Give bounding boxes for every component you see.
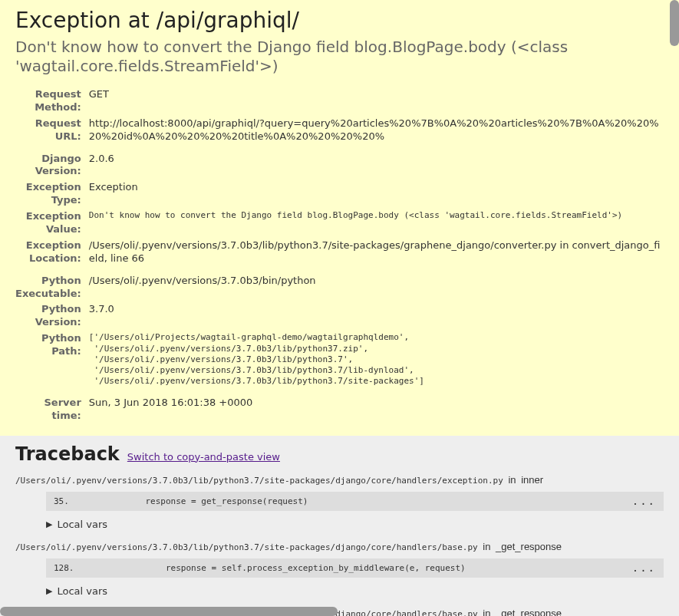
request-info-table: Request Method: GET Request URL: http://… [15,87,664,424]
frame-file: /Users/oli/.pyenv/versions/3.7.0b3/lib/p… [15,476,503,486]
frame-func: _get_response [496,541,562,552]
traceback-frame: /Users/oli/.pyenv/versions/3.7.0b3/lib/p… [15,474,664,530]
frame-location: /Users/oli/.pyenv/versions/3.7.0b3/lib/p… [15,474,664,486]
code-text: response = self.process_exception_by_mid… [84,563,656,573]
in-word: in [508,474,516,486]
local-vars-label: Local vars [57,585,107,597]
switch-view-link[interactable]: Switch to copy-and-paste view [127,451,280,463]
exception-type-value: Exception [87,180,664,209]
code-text: response = get_response(request) [84,496,656,506]
request-method-label: Request Method: [15,87,87,116]
table-row: Server time: Sun, 3 Jun 2018 16:01:38 +0… [15,395,664,424]
server-time-label: Server time: [15,395,87,424]
line-number: 128. [54,563,84,573]
code-line[interactable]: 35. response = get_response(request)... [46,492,664,511]
error-summary: Exception at /api/graphiql/ Don't know h… [0,0,679,436]
frame-func: _get_response [496,608,562,616]
table-row: Exception Value: Don't know how to conve… [15,209,664,238]
in-word: in [483,608,490,616]
page-title: Exception at /api/graphiql/ [15,8,664,33]
traceback-heading: Traceback [15,443,120,465]
table-row: Request URL: http://localhost:8000/api/g… [15,116,664,151]
triangle-right-icon: ▶ [46,519,52,529]
exception-value-value: Don't know how to convert the Django fie… [87,209,664,238]
exception-location-label: Exception Location: [15,238,87,273]
table-row: Django Version: 2.0.6 [15,151,664,180]
python-executable-value: /Users/oli/.pyenv/versions/3.7.0b3/bin/p… [87,273,664,302]
django-version-value: 2.0.6 [87,151,664,180]
server-time-value: Sun, 3 Jun 2018 16:01:38 +0000 [87,395,664,424]
frame-file: /Users/oli/.pyenv/versions/3.7.0b3/lib/p… [15,542,478,552]
exception-value-label: Exception Value: [15,209,87,238]
table-row: Request Method: GET [15,87,664,116]
request-method-value: GET [87,87,664,116]
traceback-section: Traceback Switch to copy-and-paste view … [0,436,679,616]
python-version-label: Python Version: [15,301,87,331]
table-row: Python Executable: /Users/oli/.pyenv/ver… [15,273,664,302]
table-row: Python Version: 3.7.0 [15,301,664,331]
ellipsis-icon: ... [632,495,656,507]
local-vars-label: Local vars [57,519,107,530]
table-row: Python Path: ['/Users/oli/Projects/wagta… [15,331,664,394]
error-message: Don't know how to convert the Django fie… [15,38,664,76]
python-executable-label: Python Executable: [15,273,87,302]
request-url-value: http://localhost:8000/api/graphiql/?quer… [87,116,664,151]
traceback-header: Traceback Switch to copy-and-paste view [15,443,664,465]
table-row: Exception Location: /Users/oli/.pyenv/ve… [15,238,664,273]
django-version-label: Django Version: [15,151,87,180]
frame-func: inner [521,474,543,486]
local-vars-toggle[interactable]: ▶Local vars [46,519,664,530]
local-vars-toggle[interactable]: ▶Local vars [46,585,664,597]
request-url-label: Request URL: [15,116,87,151]
python-path-value: ['/Users/oli/Projects/wagtail-graphql-de… [87,331,664,394]
traceback-frame: /Users/oli/.pyenv/versions/3.7.0b3/lib/p… [15,541,664,597]
python-path-label: Python Path: [15,331,87,394]
frame-location: /Users/oli/.pyenv/versions/3.7.0b3/lib/p… [15,541,664,552]
code-line[interactable]: 128. response = self.process_exception_b… [46,558,664,578]
line-number: 35. [54,496,84,506]
exception-location-value: /Users/oli/.pyenv/versions/3.7.0b3/lib/p… [87,238,664,273]
vertical-scrollbar[interactable] [670,0,679,46]
table-row: Exception Type: Exception [15,180,664,209]
python-version-value: 3.7.0 [87,301,664,331]
triangle-right-icon: ▶ [46,586,52,596]
in-word: in [483,541,490,552]
ellipsis-icon: ... [632,562,656,574]
exception-type-label: Exception Type: [15,180,87,209]
horizontal-scrollbar[interactable] [0,607,338,616]
